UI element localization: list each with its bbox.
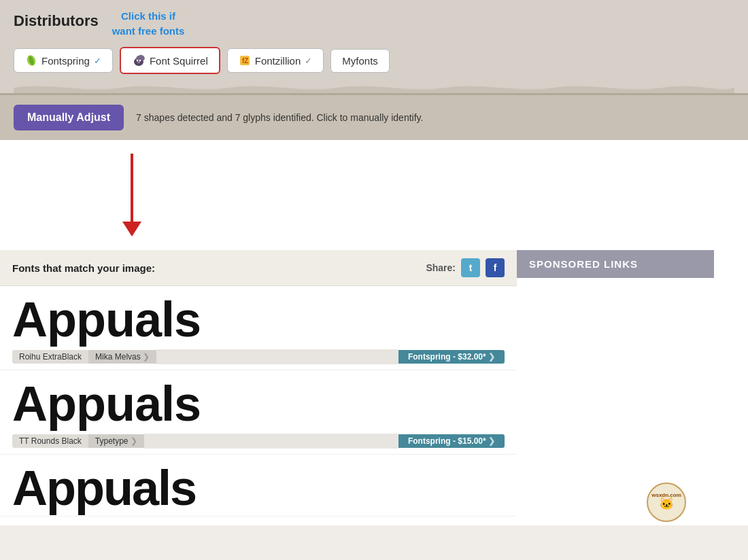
fonts-header-title: Fonts that match your image: (12, 262, 155, 274)
distributors-row: Distributors Click this if want free fon… (14, 8, 734, 37)
main-content: Fonts that match your image: Share: t f … (0, 250, 748, 525)
svg-text:🐱: 🐱 (659, 496, 675, 511)
sponsored-links-header: SPONSORED LINKS (517, 250, 714, 278)
font-spacer-2 (144, 434, 398, 449)
wavy-divider (14, 82, 734, 93)
distributor-buttons-row: Fontspring ✓ Font Squirrel (14, 40, 734, 82)
facebook-share-button[interactable]: f (486, 258, 505, 277)
fonts-section: Fonts that match your image: Share: t f … (0, 250, 517, 525)
fontzillion-check: ✓ (305, 56, 312, 66)
arrow-head (122, 222, 141, 237)
fontzillion-icon: fZ (239, 54, 251, 67)
fontsquirrel-button[interactable]: Font Squirrel (120, 47, 220, 74)
font-price-2[interactable]: Fontspring - $15.00* (398, 434, 505, 448)
manually-adjust-button[interactable]: Manually Adjust (14, 105, 124, 130)
click-this-label: Click this if want free fonts (112, 8, 188, 37)
fontzillion-button[interactable]: fZ Fontzillion ✓ (227, 48, 324, 73)
myfonts-button[interactable]: Myfonts (330, 49, 390, 73)
font-meta-1: Roihu ExtraBlack Mika Melvas Fontspring … (12, 349, 505, 364)
fontzillion-label: Fontzillion (255, 55, 301, 67)
font-result-2: Appuals TT Rounds Black Typetype Fontspr… (0, 370, 517, 455)
arrow-section (0, 140, 748, 250)
svg-point-6 (139, 60, 141, 61)
font-sample-3: Appuals (12, 461, 505, 515)
manually-adjust-bar: Manually Adjust 7 shapes detected and 7 … (0, 95, 748, 140)
myfonts-label: Myfonts (342, 55, 378, 67)
fontspring-icon (25, 54, 37, 67)
sponsored-section: SPONSORED LINKS wsxdn.com 🐱 (517, 250, 714, 525)
top-section: Distributors Click this if want free fon… (0, 0, 748, 95)
shapes-detected-text: 7 shapes detected and 7 glyphs identifie… (136, 112, 423, 123)
share-area: Share: t f (426, 258, 505, 277)
svg-text:fZ: fZ (242, 57, 248, 65)
watermark-area: wsxdn.com 🐱 (517, 482, 714, 525)
twitter-share-button[interactable]: t (461, 258, 480, 277)
font-name-1: Roihu ExtraBlack (12, 350, 88, 364)
fontsquirrel-icon (132, 54, 146, 67)
fontspring-check: ✓ (94, 56, 101, 66)
font-meta-2: TT Rounds Black Typetype Fontspring - $1… (12, 434, 505, 449)
font-spacer-1 (156, 349, 398, 364)
font-price-1[interactable]: Fontspring - $32.00* (398, 350, 505, 364)
font-sample-2: Appuals (12, 377, 505, 431)
font-name-2: TT Rounds Black (12, 434, 88, 448)
distributors-title: Distributors (14, 12, 99, 30)
font-result-1: Appuals Roihu ExtraBlack Mika Melvas Fon… (0, 286, 517, 370)
font-sample-1: Appuals (12, 293, 505, 347)
fonts-header: Fonts that match your image: Share: t f (0, 250, 517, 286)
svg-point-5 (137, 60, 138, 61)
wsxdn-logo-icon: wsxdn.com 🐱 (626, 482, 707, 523)
down-arrow (122, 154, 141, 237)
fontspring-label: Fontspring (41, 55, 90, 67)
font-author-1[interactable]: Mika Melvas (88, 350, 156, 364)
font-author-2[interactable]: Typetype (88, 434, 144, 448)
fontspring-button[interactable]: Fontspring ✓ (14, 48, 113, 73)
share-label: Share: (426, 262, 456, 273)
fontsquirrel-label: Font Squirrel (150, 55, 208, 67)
font-result-3: Appuals (0, 455, 517, 516)
arrow-line (131, 154, 133, 222)
svg-point-7 (137, 62, 140, 63)
